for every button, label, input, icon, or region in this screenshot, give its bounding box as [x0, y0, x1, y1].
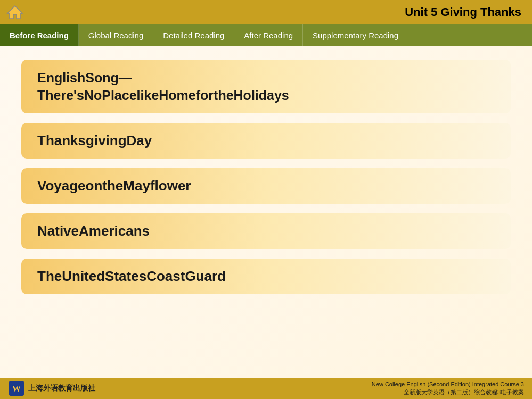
svg-marker-0	[7, 6, 22, 19]
tab-before-reading[interactable]: Before Reading	[0, 24, 79, 46]
nav-tabs: Before Reading Global Reading Detailed R…	[0, 24, 532, 46]
svg-text:W: W	[12, 384, 21, 393]
home-button[interactable]	[5, 3, 24, 22]
list-item[interactable]: VoyageontheMayflower	[21, 168, 511, 204]
list-item[interactable]: TheUnitedStatesCoastGuard	[21, 259, 511, 294]
list-item[interactable]: ThanksgivingDay	[21, 123, 511, 159]
tab-global-reading[interactable]: Global Reading	[79, 24, 153, 46]
publisher-logo-icon: W	[8, 380, 25, 397]
menu-item-label: EnglishSong—There'sNoPlacelikeHomeforthe…	[37, 69, 289, 104]
page-title: Unit 5 Giving Thanks	[405, 5, 527, 19]
menu-item-label: NativeAmericans	[37, 223, 150, 239]
list-item[interactable]: EnglishSong—There'sNoPlacelikeHomeforthe…	[21, 60, 511, 113]
menu-item-label: VoyageontheMayflower	[37, 178, 191, 194]
footer-info: New College English (Second Edition) Int…	[372, 380, 524, 397]
tab-supplementary-reading[interactable]: Supplementary Reading	[303, 24, 408, 46]
tab-detailed-reading[interactable]: Detailed Reading	[153, 24, 234, 46]
tab-after-reading[interactable]: After Reading	[234, 24, 303, 46]
menu-item-label: TheUnitedStatesCoastGuard	[37, 268, 226, 285]
publisher-name: 上海外语教育出版社	[28, 384, 95, 393]
footer: W 上海外语教育出版社 New College English (Second …	[0, 378, 532, 399]
list-item[interactable]: NativeAmericans	[21, 213, 511, 249]
header: Unit 5 Giving Thanks	[0, 0, 532, 24]
main-content: EnglishSong—There'sNoPlacelikeHomeforthe…	[0, 46, 532, 378]
menu-item-label: ThanksgivingDay	[37, 132, 152, 149]
publisher-logo: W 上海外语教育出版社	[8, 380, 95, 397]
